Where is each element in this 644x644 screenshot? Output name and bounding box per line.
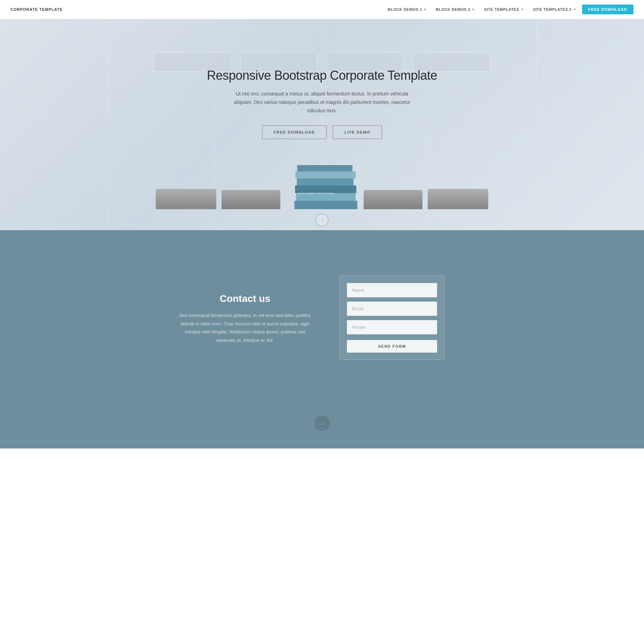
send-form-button[interactable]: SEND FORM (347, 340, 437, 353)
navbar-free-download-button[interactable]: FREE DOWNLOAD (582, 5, 634, 14)
bottom-section: ↓ (0, 405, 644, 448)
dropdown-caret-2: ▼ (472, 8, 475, 11)
book-text-escapes: Great Escapes Mediterranean (298, 192, 334, 196)
hero-buttons: FREE DOWNLOAD LIVE DEMO (207, 125, 437, 139)
contact-right: SEND FORM (340, 265, 444, 360)
dropdown-caret-1: ▼ (424, 8, 427, 11)
name-input[interactable] (347, 283, 437, 297)
sofa-4 (428, 189, 488, 209)
nav-site-templates-2[interactable]: SITE TEMPLATES 2 ▼ (530, 5, 580, 14)
contact-title: Contact us (178, 293, 312, 304)
hero-content: Responsive Bootstrap Corporate Template … (200, 68, 444, 150)
nav-block-demos-2[interactable]: BLOCK DEMOS 2 ▼ (432, 5, 478, 14)
chevron-down-icon-bottom: ↓ (321, 420, 323, 426)
sofa-3 (364, 190, 422, 209)
contact-section: Contact us Sed consequat fermentum phare… (0, 230, 644, 405)
sofa-2 (222, 190, 280, 209)
contact-inner: Contact us Sed consequat fermentum phare… (178, 265, 465, 360)
nav-site-templates[interactable]: SITE TEMPLATES ▼ (481, 5, 527, 14)
dropdown-caret-3: ▼ (520, 8, 524, 11)
scroll-down-button[interactable]: ↓ (315, 213, 329, 227)
hero-free-download-button[interactable]: FREE DOWNLOAD (262, 125, 327, 139)
hero-section: Responsive Bootstrap Corporate Template … (0, 19, 644, 230)
books-stack: Great Escapes Mediterranean (286, 157, 359, 209)
phone-input[interactable] (347, 320, 437, 334)
navbar: CORPORATE TEMPLATE BLOCK DEMOS 1 ▼ BLOCK… (0, 0, 644, 19)
contact-description: Sed consequat fermentum pharetra. In vel… (178, 311, 312, 344)
nav-block-demos-1[interactable]: BLOCK DEMOS 1 ▼ (384, 5, 430, 14)
chevron-down-icon: ↓ (321, 218, 323, 222)
navbar-links: BLOCK DEMOS 1 ▼ BLOCK DEMOS 2 ▼ SITE TEM… (384, 5, 634, 14)
dropdown-caret-4: ▼ (573, 8, 576, 11)
contact-form: SEND FORM (340, 276, 444, 360)
hero-title: Responsive Bootstrap Corporate Template (207, 68, 437, 83)
hero-subtitle: Ut nisi orci, consequat a metus ut, aliq… (231, 90, 413, 115)
hero-scroll-arrow: ↓ (315, 213, 329, 227)
email-input[interactable] (347, 302, 437, 316)
bottom-scroll-button[interactable]: ↓ (314, 416, 330, 431)
navbar-brand: CORPORATE TEMPLATE (10, 7, 63, 12)
sofa-1 (156, 189, 216, 209)
contact-left: Contact us Sed consequat fermentum phare… (178, 265, 312, 344)
hero-live-demo-button[interactable]: LIVE DEMO (332, 125, 382, 139)
